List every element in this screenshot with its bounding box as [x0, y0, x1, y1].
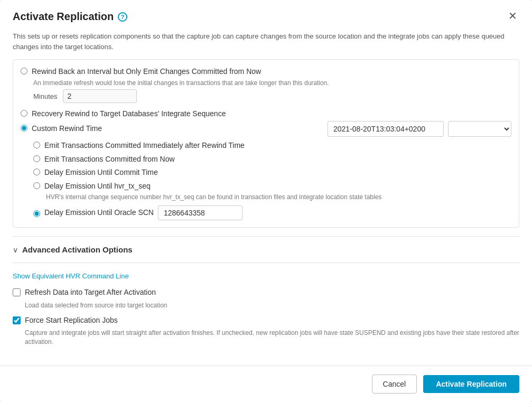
custom-rewind-inputs [328, 121, 511, 137]
show-cmd-link[interactable]: Show Equivalent HVR Command Line [13, 272, 129, 280]
emit-immediately-radio[interactable] [33, 142, 40, 148]
emit-immediately-label[interactable]: Emit Transactions Committed Immediately … [44, 141, 245, 151]
datetime-input[interactable] [328, 121, 444, 137]
refresh-data-checkbox[interactable] [13, 288, 21, 296]
custom-rewind-row: Custom Rewind Time [21, 121, 511, 137]
rewind-back-label[interactable]: Rewind Back an Interval but Only Emit Ch… [32, 67, 261, 77]
force-start-row: Force Start Replication Jobs [13, 315, 519, 326]
advanced-section-header: ∨ Advanced Activation Options [13, 245, 519, 254]
activate-replication-dialog: Activate Replication ? ✕ This sets up or… [0, 0, 532, 402]
emit-from-now-label[interactable]: Emit Transactions Committed from Now [44, 154, 175, 165]
rewind-back-radio[interactable] [21, 68, 27, 74]
cancel-button[interactable]: Cancel [372, 375, 417, 394]
custom-rewind-label[interactable]: Custom Rewind Time [32, 124, 102, 134]
delay-commit-label[interactable]: Delay Emission Until Commit Time [44, 167, 158, 178]
custom-rewind-option: Custom Rewind Time [21, 122, 328, 136]
emit-immediately-option: Emit Transactions Committed Immediately … [33, 139, 511, 153]
chevron-down-icon[interactable]: ∨ [13, 246, 18, 254]
help-icon[interactable]: ? [118, 12, 127, 22]
title-row: Activate Replication ? [13, 11, 127, 23]
scn-input[interactable] [158, 205, 242, 220]
minutes-input[interactable] [63, 89, 137, 103]
timezone-select[interactable] [448, 121, 511, 137]
dialog-body: Rewind Back an Interval but Only Emit Ch… [0, 59, 532, 366]
advanced-divider [13, 263, 519, 263]
advanced-section-title: Advanced Activation Options [22, 245, 133, 254]
rewind-back-sub: An immediate refresh would lose the init… [33, 79, 511, 88]
custom-rewind-suboptions: Emit Transactions Committed Immediately … [33, 139, 511, 222]
dialog-header: Activate Replication ? ✕ [0, 0, 532, 28]
recovery-rewind-option: Recovery Rewind to Target Databases' Int… [21, 107, 511, 121]
delay-oracle-label[interactable]: Delay Emission Until Oracle SCN [44, 208, 154, 218]
delay-hvr-option: Delay Emission Until hvr_tx_seq [33, 180, 511, 193]
recovery-rewind-label[interactable]: Recovery Rewind to Target Databases' Int… [32, 109, 226, 119]
minutes-label: Minutes [33, 92, 58, 100]
refresh-data-row: Refresh Data into Target After Activatio… [13, 287, 519, 298]
force-start-checkbox[interactable] [13, 316, 21, 324]
delay-oracle-option: Delay Emission Until Oracle SCN [33, 204, 511, 222]
refresh-data-label[interactable]: Refresh Data into Target After Activatio… [25, 287, 156, 298]
delay-commit-radio[interactable] [33, 169, 40, 175]
recovery-rewind-radio[interactable] [21, 110, 27, 117]
minutes-row: Minutes [33, 89, 511, 103]
close-button[interactable]: ✕ [506, 10, 519, 22]
force-start-sub: Capture and integrate jobs will start st… [25, 329, 519, 347]
emit-from-now-radio[interactable] [33, 155, 40, 162]
dialog-title: Activate Replication [13, 11, 114, 23]
emit-from-now-option: Emit Transactions Committed from Now [33, 153, 511, 166]
refresh-data-sub: Load data selected from source into targ… [25, 301, 519, 310]
force-start-label[interactable]: Force Start Replication Jobs [25, 315, 118, 326]
section-divider [13, 236, 519, 237]
custom-rewind-radio[interactable] [21, 125, 27, 132]
dialog-footer: Cancel Activate Replication [0, 366, 532, 402]
delay-commit-option: Delay Emission Until Commit Time [33, 166, 511, 180]
rewind-back-option: Rewind Back an Interval but Only Emit Ch… [21, 65, 511, 79]
top-options-section: Rewind Back an Interval but Only Emit Ch… [13, 59, 519, 228]
delay-oracle-radio[interactable] [33, 210, 40, 217]
delay-hvr-radio[interactable] [33, 182, 40, 189]
delay-hvr-sub: HVR's internal change sequence number hv… [46, 193, 511, 202]
dialog-subtitle: This sets up or resets replication compo… [0, 28, 532, 59]
activate-replication-button[interactable]: Activate Replication [423, 375, 519, 393]
delay-hvr-label[interactable]: Delay Emission Until hvr_tx_seq [44, 181, 151, 192]
